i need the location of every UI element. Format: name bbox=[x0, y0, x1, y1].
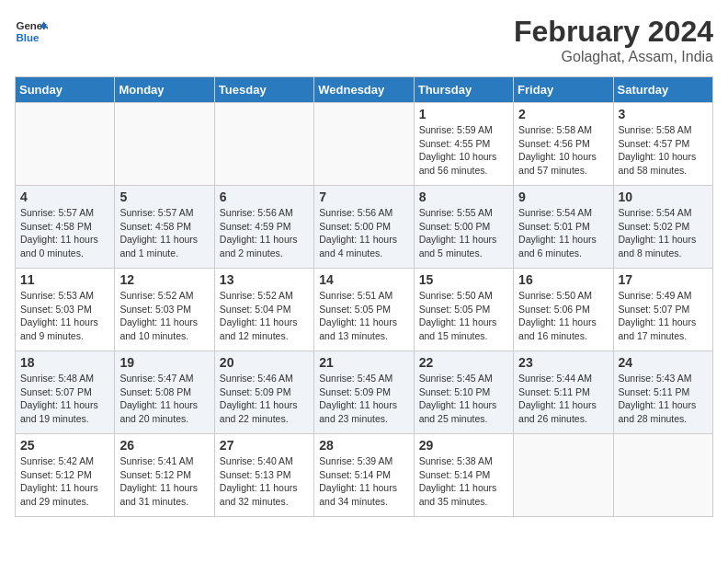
empty-day-cell bbox=[514, 434, 613, 517]
day-number: 19 bbox=[119, 355, 209, 370]
calendar-week-row: 11Sunrise: 5:53 AMSunset: 5:03 PMDayligh… bbox=[16, 269, 713, 351]
day-cell: 21Sunrise: 5:45 AMSunset: 5:09 PMDayligh… bbox=[314, 351, 414, 434]
day-info: Sunrise: 5:58 AMSunset: 4:57 PMDaylight:… bbox=[619, 123, 708, 178]
day-cell: 2Sunrise: 5:58 AMSunset: 4:56 PMDaylight… bbox=[514, 103, 613, 186]
day-number: 16 bbox=[518, 272, 608, 287]
day-number: 18 bbox=[20, 355, 109, 370]
day-cell: 29Sunrise: 5:38 AMSunset: 5:14 PMDayligh… bbox=[414, 434, 513, 517]
day-cell: 24Sunrise: 5:43 AMSunset: 5:11 PMDayligh… bbox=[613, 351, 712, 434]
day-number: 20 bbox=[220, 355, 309, 370]
day-number: 28 bbox=[319, 438, 408, 453]
calendar-header-row: SundayMondayTuesdayWednesdayThursdayFrid… bbox=[16, 77, 713, 103]
day-info: Sunrise: 5:56 AMSunset: 4:59 PMDaylight:… bbox=[220, 206, 309, 260]
page-header: General Blue February 2024 Golaghat, Ass… bbox=[15, 15, 713, 65]
day-cell: 4Sunrise: 5:57 AMSunset: 4:58 PMDaylight… bbox=[16, 186, 115, 269]
day-info: Sunrise: 5:47 AMSunset: 5:08 PMDaylight:… bbox=[119, 372, 209, 426]
day-cell: 23Sunrise: 5:44 AMSunset: 5:11 PMDayligh… bbox=[514, 351, 613, 434]
col-header-tuesday: Tuesday bbox=[214, 77, 313, 103]
day-number: 26 bbox=[119, 438, 209, 453]
calendar-month-year: February 2024 bbox=[514, 15, 713, 49]
col-header-saturday: Saturday bbox=[613, 77, 712, 103]
day-info: Sunrise: 5:44 AMSunset: 5:11 PMDaylight:… bbox=[518, 372, 608, 426]
day-info: Sunrise: 5:55 AMSunset: 5:00 PMDaylight:… bbox=[419, 206, 508, 260]
day-number: 13 bbox=[220, 272, 309, 287]
day-number: 1 bbox=[419, 107, 508, 121]
day-number: 8 bbox=[419, 190, 508, 204]
day-info: Sunrise: 5:54 AMSunset: 5:02 PMDaylight:… bbox=[619, 206, 708, 260]
day-info: Sunrise: 5:45 AMSunset: 5:09 PMDaylight:… bbox=[319, 372, 408, 426]
day-number: 6 bbox=[220, 190, 309, 204]
day-number: 24 bbox=[619, 355, 708, 370]
day-info: Sunrise: 5:39 AMSunset: 5:14 PMDaylight:… bbox=[319, 454, 408, 509]
col-header-sunday: Sunday bbox=[16, 77, 115, 103]
day-info: Sunrise: 5:50 AMSunset: 5:06 PMDaylight:… bbox=[518, 289, 608, 343]
col-header-wednesday: Wednesday bbox=[314, 77, 414, 103]
day-cell: 17Sunrise: 5:49 AMSunset: 5:07 PMDayligh… bbox=[613, 269, 712, 351]
day-info: Sunrise: 5:53 AMSunset: 5:03 PMDaylight:… bbox=[20, 289, 109, 343]
day-info: Sunrise: 5:59 AMSunset: 4:55 PMDaylight:… bbox=[419, 123, 508, 178]
day-info: Sunrise: 5:51 AMSunset: 5:05 PMDaylight:… bbox=[319, 289, 408, 343]
day-cell: 11Sunrise: 5:53 AMSunset: 5:03 PMDayligh… bbox=[16, 269, 115, 351]
day-cell: 9Sunrise: 5:54 AMSunset: 5:01 PMDaylight… bbox=[514, 186, 613, 269]
day-info: Sunrise: 5:49 AMSunset: 5:07 PMDaylight:… bbox=[619, 289, 708, 343]
svg-text:Blue: Blue bbox=[16, 32, 40, 43]
day-number: 23 bbox=[518, 355, 608, 370]
calendar-location: Golaghat, Assam, India bbox=[514, 49, 713, 65]
day-cell: 5Sunrise: 5:57 AMSunset: 4:58 PMDaylight… bbox=[115, 186, 214, 269]
day-cell: 19Sunrise: 5:47 AMSunset: 5:08 PMDayligh… bbox=[115, 351, 214, 434]
day-info: Sunrise: 5:45 AMSunset: 5:10 PMDaylight:… bbox=[419, 372, 508, 426]
col-header-thursday: Thursday bbox=[414, 77, 513, 103]
day-cell: 10Sunrise: 5:54 AMSunset: 5:02 PMDayligh… bbox=[613, 186, 712, 269]
day-number: 4 bbox=[20, 190, 109, 204]
day-cell: 16Sunrise: 5:50 AMSunset: 5:06 PMDayligh… bbox=[514, 269, 613, 351]
day-number: 10 bbox=[619, 190, 708, 204]
day-cell: 8Sunrise: 5:55 AMSunset: 5:00 PMDaylight… bbox=[414, 186, 513, 269]
day-info: Sunrise: 5:41 AMSunset: 5:12 PMDaylight:… bbox=[119, 454, 209, 509]
day-number: 12 bbox=[119, 272, 209, 287]
day-info: Sunrise: 5:56 AMSunset: 5:00 PMDaylight:… bbox=[319, 206, 408, 260]
empty-day-cell bbox=[16, 103, 115, 186]
day-info: Sunrise: 5:52 AMSunset: 5:03 PMDaylight:… bbox=[119, 289, 209, 343]
day-cell: 26Sunrise: 5:41 AMSunset: 5:12 PMDayligh… bbox=[115, 434, 214, 517]
day-number: 7 bbox=[319, 190, 408, 204]
empty-day-cell bbox=[314, 103, 414, 186]
day-info: Sunrise: 5:46 AMSunset: 5:09 PMDaylight:… bbox=[220, 372, 309, 426]
day-cell: 27Sunrise: 5:40 AMSunset: 5:13 PMDayligh… bbox=[214, 434, 313, 517]
day-info: Sunrise: 5:57 AMSunset: 4:58 PMDaylight:… bbox=[119, 206, 209, 260]
day-cell: 13Sunrise: 5:52 AMSunset: 5:04 PMDayligh… bbox=[214, 269, 313, 351]
calendar-week-row: 25Sunrise: 5:42 AMSunset: 5:12 PMDayligh… bbox=[16, 434, 713, 517]
day-number: 15 bbox=[419, 272, 508, 287]
day-number: 21 bbox=[319, 355, 408, 370]
day-number: 9 bbox=[518, 190, 608, 204]
empty-day-cell bbox=[115, 103, 214, 186]
day-info: Sunrise: 5:50 AMSunset: 5:05 PMDaylight:… bbox=[419, 289, 508, 343]
day-number: 29 bbox=[419, 438, 508, 453]
day-number: 14 bbox=[319, 272, 408, 287]
day-cell: 6Sunrise: 5:56 AMSunset: 4:59 PMDaylight… bbox=[214, 186, 313, 269]
day-info: Sunrise: 5:58 AMSunset: 4:56 PMDaylight:… bbox=[518, 123, 608, 178]
day-info: Sunrise: 5:42 AMSunset: 5:12 PMDaylight:… bbox=[20, 454, 109, 509]
day-cell: 25Sunrise: 5:42 AMSunset: 5:12 PMDayligh… bbox=[16, 434, 115, 517]
day-cell: 20Sunrise: 5:46 AMSunset: 5:09 PMDayligh… bbox=[214, 351, 313, 434]
day-number: 22 bbox=[419, 355, 508, 370]
calendar-week-row: 18Sunrise: 5:48 AMSunset: 5:07 PMDayligh… bbox=[16, 351, 713, 434]
day-cell: 15Sunrise: 5:50 AMSunset: 5:05 PMDayligh… bbox=[414, 269, 513, 351]
day-cell: 7Sunrise: 5:56 AMSunset: 5:00 PMDaylight… bbox=[314, 186, 414, 269]
logo-icon: General Blue bbox=[15, 15, 48, 48]
day-info: Sunrise: 5:43 AMSunset: 5:11 PMDaylight:… bbox=[619, 372, 708, 426]
logo: General Blue bbox=[15, 15, 48, 48]
calendar-title-area: February 2024 Golaghat, Assam, India bbox=[514, 15, 713, 65]
day-number: 5 bbox=[119, 190, 209, 204]
day-info: Sunrise: 5:38 AMSunset: 5:14 PMDaylight:… bbox=[419, 454, 508, 509]
day-number: 25 bbox=[20, 438, 109, 453]
day-info: Sunrise: 5:54 AMSunset: 5:01 PMDaylight:… bbox=[518, 206, 608, 260]
day-info: Sunrise: 5:40 AMSunset: 5:13 PMDaylight:… bbox=[220, 454, 309, 509]
day-number: 3 bbox=[619, 107, 708, 121]
day-cell: 14Sunrise: 5:51 AMSunset: 5:05 PMDayligh… bbox=[314, 269, 414, 351]
day-cell: 28Sunrise: 5:39 AMSunset: 5:14 PMDayligh… bbox=[314, 434, 414, 517]
calendar-week-row: 1Sunrise: 5:59 AMSunset: 4:55 PMDaylight… bbox=[16, 103, 713, 186]
col-header-friday: Friday bbox=[514, 77, 613, 103]
day-cell: 22Sunrise: 5:45 AMSunset: 5:10 PMDayligh… bbox=[414, 351, 513, 434]
calendar-week-row: 4Sunrise: 5:57 AMSunset: 4:58 PMDaylight… bbox=[16, 186, 713, 269]
day-cell: 12Sunrise: 5:52 AMSunset: 5:03 PMDayligh… bbox=[115, 269, 214, 351]
